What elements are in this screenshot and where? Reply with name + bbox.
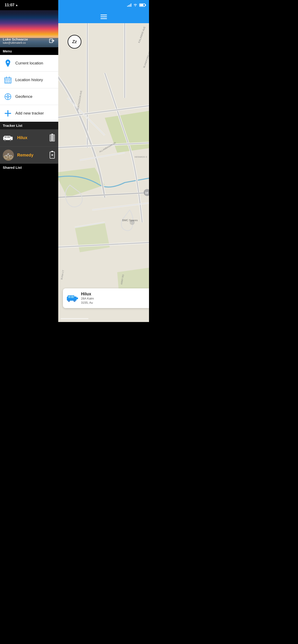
user-info: Luke Schwarze luke@ultimate9.co — [3, 37, 28, 44]
map-content[interactable]: KALAWAR AVE BLANDFORD CRESCENT HUNTINGDO… — [58, 23, 149, 322]
status-bar: 11:07 ▲ — [0, 0, 149, 10]
battery-full-icon — [49, 134, 56, 142]
tracker-item-hilux[interactable]: Hilux — [0, 129, 58, 146]
sleep-marker-text: Zz — [72, 40, 77, 44]
menu-section-label: Menu — [0, 47, 58, 55]
map-header — [58, 10, 149, 23]
svg-point-25 — [10, 140, 11, 141]
side-drawer: Luke Schwarze luke@ultimate9.co Menu — [0, 10, 58, 322]
signal-bars-icon — [127, 4, 131, 7]
geofence-icon — [4, 93, 12, 100]
tracker-name-remedy: Remedy — [17, 153, 49, 158]
svg-rect-9 — [9, 80, 10, 81]
svg-rect-20 — [5, 136, 7, 138]
svg-rect-29 — [3, 156, 14, 161]
menu-label-location-history: Location history — [15, 78, 43, 82]
calendar-grid-icon — [4, 76, 12, 84]
shared-list-section: Shared List — [0, 164, 58, 322]
svg-point-68 — [69, 300, 69, 301]
tracker-item-remedy[interactable]: Remedy ✕ — [0, 146, 58, 164]
svg-rect-65 — [68, 296, 71, 298]
svg-rect-12 — [9, 82, 10, 82]
status-bar-right — [58, 0, 149, 10]
wifi-icon — [133, 3, 137, 7]
svg-rect-10 — [6, 82, 7, 82]
svg-rect-8 — [8, 80, 8, 81]
map-card-address: 28A Kalm 3155, Au — [81, 296, 145, 305]
map-card-info: Hilux 28A Kalm 3155, Au — [81, 292, 145, 305]
pin-icon — [4, 59, 12, 68]
menu-item-geofence[interactable]: Geofence — [0, 88, 58, 105]
drawer-header: Luke Schwarze luke@ultimate9.co — [0, 10, 58, 47]
menu-label-geofence: Geofence — [15, 94, 33, 99]
svg-text:BMC Spares: BMC Spares — [122, 218, 138, 222]
user-name: Luke Schwarze — [3, 37, 28, 41]
svg-point-70 — [74, 300, 75, 301]
map-card-address-line1: 28A Kalm — [81, 297, 94, 300]
location-arrow-icon: ▲ — [15, 4, 18, 7]
logout-button[interactable] — [48, 37, 56, 44]
tracker-avatar-hilux — [3, 134, 14, 142]
svg-text:10: 10 — [145, 191, 148, 194]
main-layout: Luke Schwarze luke@ultimate9.co Menu — [0, 10, 149, 322]
svg-text:KESWICK C: KESWICK C — [135, 156, 147, 158]
svg-rect-11 — [8, 82, 8, 82]
menu-item-current-location[interactable]: Current location — [0, 55, 58, 72]
tracker-list: Hilux — [0, 129, 58, 164]
hamburger-menu-icon[interactable] — [101, 14, 107, 19]
tracker-avatar-remedy — [3, 151, 14, 159]
battery-empty-icon: ✕ — [49, 151, 56, 159]
map-card-van-icon — [67, 294, 78, 302]
menu-item-location-history[interactable]: Location history — [0, 72, 58, 88]
plus-icon — [4, 110, 12, 117]
status-time: 11:07 — [5, 3, 15, 8]
status-bar-left: 11:07 ▲ — [0, 3, 58, 8]
svg-rect-7 — [6, 80, 7, 81]
home-indicator — [61, 318, 88, 319]
battery-status-icon — [139, 4, 145, 7]
menu-label-add-tracker: Add new tracker — [15, 111, 44, 116]
tracker-name-hilux: Hilux — [17, 136, 49, 140]
shared-list-label: Shared List — [0, 164, 58, 171]
map-bottom-card[interactable]: Hilux 28A Kalm 3155, Au — [63, 288, 149, 308]
svg-point-15 — [8, 96, 8, 97]
svg-rect-21 — [7, 136, 10, 138]
tracker-list-label: Tracker List — [0, 122, 58, 129]
svg-rect-71 — [77, 298, 78, 299]
svg-point-23 — [5, 140, 5, 141]
map-card-address-line2: 3155, Au — [81, 301, 93, 304]
sleep-marker: Zz — [68, 35, 82, 49]
menu-label-current-location: Current location — [15, 61, 43, 66]
menu-list: Current location — [0, 55, 58, 122]
svg-rect-66 — [71, 296, 74, 298]
menu-item-add-tracker[interactable]: Add new tracker — [0, 105, 58, 122]
user-email: luke@ultimate9.co — [3, 41, 28, 44]
map-panel: KALAWAR AVE BLANDFORD CRESCENT HUNTINGDO… — [58, 10, 149, 322]
map-card-title: Hilux — [81, 292, 145, 296]
